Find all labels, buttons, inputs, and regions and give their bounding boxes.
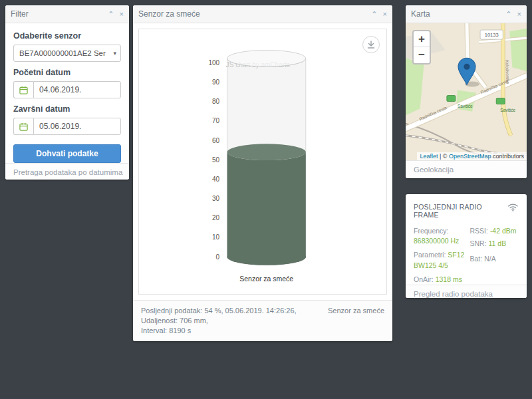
- transit-stop-marker: [447, 96, 456, 102]
- start-date-calendar-button[interactable]: [13, 81, 33, 98]
- gauge-chart-card: JS chart by amCharts 0102030405060708090…: [138, 29, 387, 295]
- frequency-value: 868300000 Hz: [414, 236, 470, 246]
- map-panel-footer: Geolokacija: [406, 160, 527, 178]
- map-panel-title: Karta: [411, 9, 500, 19]
- svg-text:0: 0: [216, 253, 220, 261]
- start-date-input[interactable]: [33, 81, 121, 98]
- collapse-icon[interactable]: ⌃: [371, 11, 377, 18]
- gauge-fill: [227, 152, 306, 265]
- parameters-row: Parametri: SF12: [414, 250, 470, 260]
- svg-text:100: 100: [208, 59, 219, 66]
- street-label: Kolodvorska: [505, 60, 510, 84]
- battery-row: Bat: N/A: [470, 254, 519, 264]
- zoom-out-button[interactable]: −: [414, 47, 430, 63]
- radio-column-left: Frequency: 868300000 Hz Parametri: SF12 …: [414, 226, 470, 285]
- sensor-panel-body: JS chart by amCharts 0102030405060708090…: [133, 23, 392, 300]
- parameters-value-bw: BW125 4/5: [414, 261, 470, 271]
- svg-text:90: 90: [212, 78, 220, 86]
- rssi-label: RSSI:: [470, 227, 488, 235]
- close-icon[interactable]: ×: [517, 11, 521, 18]
- sensor-gauge-panel: Senzor za smeće ⌃ × JS chart by amCharts…: [133, 5, 392, 341]
- filter-panel: Filter ⌃ × Odaberite senzor BE7A00000000…: [5, 5, 129, 180]
- radio-panel-body: POSLJEDNJI RADIO FRAME Frequency: 868300…: [406, 194, 527, 285]
- last-reading-text: Posljednji podatak: 54 %, 05.06.2019. 14…: [141, 306, 323, 336]
- sensor-select-label: Odaberite senzor: [13, 31, 121, 41]
- transit-stop-label: Savišće: [458, 104, 473, 108]
- filter-form: Odaberite senzor BE7A000000001AE2 Ser ▾ …: [5, 23, 129, 163]
- svg-text:10: 10: [212, 233, 220, 241]
- battery-value: N/A: [484, 255, 496, 263]
- sensor-panel-header[interactable]: Senzor za smeće ⌃ ×: [133, 5, 392, 23]
- end-date-input[interactable]: [33, 118, 121, 135]
- start-date-label: Početni datum: [13, 68, 121, 77]
- filter-panel-header[interactable]: Filter ⌃ ×: [5, 5, 129, 23]
- map-viewport[interactable]: Radnička cesta Radnička cesta Kolodvorsk…: [406, 23, 527, 160]
- sensor-name-label: Senzor za smeće: [323, 306, 384, 316]
- svg-text:70: 70: [212, 117, 220, 124]
- sensor-panel-footer: Posljednji podatak: 54 %, 05.06.2019. 14…: [133, 300, 392, 341]
- last-reading-line2: Interval: 8190 s: [141, 326, 323, 336]
- attribution-separator: | ©: [438, 153, 448, 160]
- close-icon[interactable]: ×: [120, 11, 124, 18]
- gauge-fill-surface: [227, 144, 306, 160]
- end-date-group: [13, 118, 121, 135]
- close-icon[interactable]: ×: [383, 11, 387, 18]
- marker-hole: [464, 64, 469, 70]
- start-date-group: [13, 81, 121, 98]
- gauge-chart[interactable]: JS chart by amCharts 0102030405060708090…: [139, 29, 386, 294]
- download-icon: [366, 40, 376, 49]
- attribution-suffix: contributors: [491, 153, 524, 160]
- collapse-icon[interactable]: ⌃: [108, 11, 114, 18]
- radio-frame-panel: POSLJEDNJI RADIO FRAME Frequency: 868300…: [406, 194, 527, 298]
- onair-value: 1318 ms: [436, 275, 462, 283]
- map-panel-header[interactable]: Karta ⌃ ×: [406, 5, 527, 23]
- svg-text:50: 50: [212, 156, 220, 164]
- calendar-icon: [19, 122, 28, 131]
- svg-text:40: 40: [212, 176, 220, 183]
- radio-panel-title: POSLJEDNJI RADIO FRAME: [414, 203, 507, 219]
- fetch-data-button[interactable]: Dohvati podatke: [13, 144, 121, 163]
- transit-stop-label: Savišće: [500, 108, 515, 112]
- last-reading-line1: Posljednji podatak: 54 %, 05.06.2019. 14…: [141, 306, 323, 326]
- postcode-label: 10133: [485, 32, 499, 38]
- map-zoom-control: + −: [412, 30, 431, 65]
- openstreetmap-link[interactable]: OpenStreetMap: [449, 153, 491, 160]
- filter-panel-title: Filter: [11, 9, 102, 19]
- transit-stop-marker: [496, 98, 505, 104]
- chart-export-button[interactable]: [362, 36, 380, 53]
- snr-label: SNR:: [470, 239, 487, 247]
- gauge-category-label: Senzor za smeće: [239, 275, 293, 283]
- parameters-value-sf: SF12: [448, 251, 464, 259]
- onair-label: OnAir:: [414, 275, 434, 283]
- sensor-select-value: BE7A000000001AE2 Ser: [19, 49, 110, 57]
- leaflet-link[interactable]: Leaflet: [420, 153, 438, 160]
- svg-text:20: 20: [212, 214, 220, 221]
- map-attribution: Leaflet | © OpenStreetMap contributors: [417, 152, 527, 160]
- wifi-icon: [507, 203, 519, 211]
- battery-label: Bat:: [470, 255, 483, 263]
- sensor-panel-title: Senzor za smeće: [138, 9, 366, 19]
- zoom-in-button[interactable]: +: [414, 31, 430, 47]
- svg-text:30: 30: [212, 195, 220, 202]
- end-date-label: Završni datum: [13, 104, 121, 114]
- filter-panel-footer: Pretraga podataka po datumima: [5, 163, 129, 180]
- sensor-select[interactable]: BE7A000000001AE2 Ser ▾: [13, 45, 121, 62]
- cylinder-top-rim: [227, 50, 306, 66]
- calendar-icon: [19, 86, 28, 94]
- snr-row: SNR: 11 dB: [470, 239, 519, 249]
- radio-column-right: RSSI: -42 dBm SNR: 11 dB Bat: N/A: [470, 226, 519, 285]
- onair-row: OnAir: 1318 ms: [414, 275, 470, 285]
- radio-panel-footer: Pregled radio podataka: [406, 285, 527, 298]
- svg-text:80: 80: [212, 98, 220, 105]
- rssi-row: RSSI: -42 dBm: [470, 226, 519, 236]
- collapse-icon[interactable]: ⌃: [505, 11, 511, 18]
- snr-value: 11 dB: [489, 239, 507, 247]
- end-date-calendar-button[interactable]: [13, 118, 33, 135]
- map-panel: Karta ⌃ × Radnička cesta Radnička ce: [406, 5, 527, 178]
- frequency-label: Frequency:: [414, 226, 470, 236]
- rssi-value: -42 dBm: [490, 227, 517, 235]
- chevron-down-icon: ▾: [113, 50, 116, 57]
- greenspace: [509, 29, 527, 71]
- parameters-label: Parametri:: [414, 251, 446, 259]
- gauge-axis-ticks: 0102030405060708090100: [208, 59, 219, 261]
